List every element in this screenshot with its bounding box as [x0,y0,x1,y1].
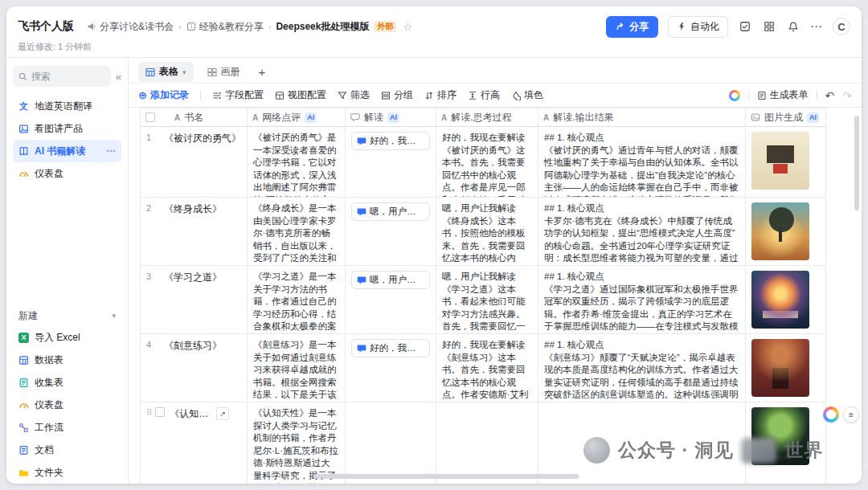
column-header-interpret[interactable]: 解读 AI [346,108,436,127]
row-height-button[interactable]: 行高 [468,88,500,102]
column-header-thinking[interactable]: A 解读.思考过程 [436,108,538,127]
sidebar-item-workflow[interactable]: 工作流 [13,416,121,439]
cell-output[interactable] [538,402,746,484]
cell-review[interactable]: 《刻意练习》是一本关于如何通过刻意练习来获得卓越成就的书籍。根据全网搜索结果，以… [248,334,346,402]
vertical-scrollbar[interactable] [854,112,859,466]
more-menu-icon[interactable]: ⋯ [810,19,823,34]
cell-interpret[interactable]: 嗯，用户让我解读... [346,198,436,266]
undo-icon[interactable]: ↶ [825,89,835,102]
ai-chat-chip[interactable]: 嗯，用户让我解读... [351,271,430,289]
cell-title[interactable]: 1 《被讨厌的勇气》 [140,127,248,198]
cell-title[interactable]: ⠿ 《认知天性》 ↗ [140,402,248,484]
generated-image-tree-sunset[interactable] [751,202,809,260]
breadcrumb-item-current[interactable]: Deepseek批处理模版 [276,20,369,34]
cell-title[interactable]: 4 《刻意练习》 [140,334,248,402]
table-toolbar: ⊕ 添加记录 字段配置 视图配置 筛选 分组 [129,84,862,108]
generated-image-head-tree[interactable] [751,407,809,465]
sidebar-item-ai-book[interactable]: AI 书籍解读 ⋯ [13,140,121,162]
sidebar-item-translate[interactable]: 文 地道英语翻译 [13,95,121,117]
redo-icon[interactable]: ↷ [842,89,852,102]
cell-output[interactable]: ## 1. 核心观点 《被讨厌的勇气》通过青年与哲人的对话，颠覆性地重构了关于幸… [538,127,746,198]
filter-button[interactable]: 筛选 [338,88,370,102]
ai-assistant-icon[interactable] [729,90,740,101]
cell-interpret[interactable]: 好的，我现在要解... [346,334,436,402]
automation-button[interactable]: 自动化 [668,16,728,38]
sidebar-item-dashboard[interactable]: 仪表盘 [13,162,121,185]
cell-image[interactable] [746,334,826,402]
notification-bell-icon[interactable] [786,19,800,34]
item-more-icon[interactable]: ⋯ [106,145,116,157]
ai-chat-chip[interactable]: 嗯，用户让我解读... [351,202,430,221]
cell-review[interactable]: 《认知天性》是一本探讨人类学习与记忆机制的书籍，作者丹尼尔·L·施瓦茨和布拉德·… [248,402,346,484]
sidebar-item-import-excel[interactable]: X 导入 Excel [13,326,121,349]
horizontal-scrollbar-thumb[interactable] [313,474,579,479]
cell-output[interactable]: ## 1. 核心观点 《学习之道》通过国际象棋冠军和太极推手世界冠军的双重经历，… [538,266,746,334]
add-view-button[interactable]: + [254,65,271,79]
cell-output[interactable]: ## 1. 核心观点 卡罗尔·德韦克在《终身成长》中颠覆了传统成功学的认知框架，… [538,198,746,266]
cell-image[interactable] [746,402,826,484]
add-record-button[interactable]: ⊕ 添加记录 [138,88,189,102]
column-header-image[interactable]: 图片生成 AI [746,108,826,127]
cell-output[interactable]: ## 1. 核心观点 《刻意练习》颠覆了“天赋决定论”，揭示卓越表现的本质是高度… [538,334,746,402]
column-header-review[interactable]: A 网络点评 AI [248,108,346,127]
breadcrumb-separator: › [178,22,182,31]
new-section-header[interactable]: 新建 ▾ [13,305,121,326]
search-box[interactable] [13,66,111,87]
apps-grid-icon[interactable] [762,19,776,34]
search-input[interactable] [31,71,88,82]
generated-image-book-burst[interactable] [751,271,809,329]
breadcrumb-item-folder[interactable]: 1 经验&教程分享 [186,20,264,34]
ai-chat-chip[interactable]: 好的，我现在要解... [351,132,430,150]
chat-bubble-icon [357,276,366,285]
share-button[interactable]: 分享 [606,16,658,38]
sidebar-item-folder[interactable]: 文件夹 [13,461,121,484]
sidebar-item-dashboard-new[interactable]: 仪表盘 [13,394,121,416]
ai-chat-chip[interactable]: 好的，我现在要解... [351,339,430,357]
sidebar-item-doc[interactable]: 文档 [13,439,121,461]
generate-form-button[interactable]: 生成表单 [757,88,809,102]
view-config-button[interactable]: 视图配置 [275,88,326,102]
column-header-title[interactable]: A 书名 [140,108,248,127]
favorite-star-icon[interactable]: ☆ [403,21,412,33]
generated-image-dark-red[interactable] [751,339,809,397]
tab-table-view[interactable]: 表格 ▾ [138,62,194,82]
row-checkbox[interactable] [155,407,165,417]
cell-image[interactable] [746,266,826,334]
cell-image[interactable] [746,198,826,266]
ai-float-button[interactable] [823,406,839,423]
generated-image-book-cover[interactable] [751,132,809,190]
field-config-button[interactable]: 字段配置 [212,88,264,102]
cell-thinking[interactable] [436,402,538,484]
sidebar-item-product[interactable]: 看图讲产品 [13,117,121,140]
sidebar-item-datatable[interactable]: 数据表 [13,349,121,371]
tab-gallery-view[interactable]: 画册 [200,62,248,82]
chat-field-icon [350,112,360,122]
cell-thinking[interactable]: 嗯，用户让我解读《终身成长》这本书，按照他给的模板来。首先，我需要回忆这本书的核… [436,198,538,266]
fill-color-button[interactable]: 填色 [511,88,543,102]
vertical-scrollbar-thumb[interactable] [854,116,859,210]
sort-button[interactable]: 排序 [424,88,457,102]
column-header-output[interactable]: A 解读.输出结果 [538,108,746,127]
select-all-checkbox[interactable] [145,112,155,122]
cell-title[interactable]: 3 《学习之道》 [140,266,248,334]
group-button[interactable]: 分组 [381,88,413,102]
cell-thinking[interactable]: 好的，我现在要解读《刻意练习》这本书。首先，我需要回忆这本书的核心观点。作者安德… [436,334,538,402]
sidebar-item-form[interactable]: 收集表 [13,371,121,394]
cell-interpret[interactable]: 好的，我现在要解... [346,127,436,198]
cell-thinking[interactable]: 嗯，用户让我解读《学习之道》这本书，看起来他们可能对学习方法感兴趣。首先，我需要… [436,266,538,334]
sidebar-collapse-icon[interactable]: « [116,71,121,83]
drag-handle-icon[interactable]: ⠿ [146,407,150,417]
checklist-icon[interactable] [738,19,752,34]
app-logo[interactable]: 飞书个人版 [18,19,74,34]
cell-interpret[interactable] [346,402,436,484]
expand-record-icon[interactable]: ↗ [216,407,229,420]
cell-review[interactable]: 《被讨厌的勇气》是一本深受读者喜爱的心理学书籍，它以对话体的形式，深入浅出地阐述… [248,127,346,198]
cell-title[interactable]: 2 《终身成长》 [140,198,248,266]
cell-interpret[interactable]: 嗯，用户让我解读... [346,266,436,334]
user-avatar[interactable]: C [833,18,850,35]
cell-image[interactable] [746,127,826,198]
cell-review[interactable]: 《学习之道》是一本关于学习方法的书籍，作者通过自己的学习经历和心得，结合象棋和太… [248,266,346,334]
breadcrumb-item-group[interactable]: 分享讨论&读书会 [87,20,174,34]
cell-thinking[interactable]: 好的，我现在要解读《被讨厌的勇气》这本书。首先，我需要回忆书中的核心观点。作者是… [436,127,538,198]
cell-review[interactable]: 《终身成长》是一本由美国心理学家卡罗尔·德韦克所著的畅销书，自出版以来，受到了广… [248,198,346,266]
